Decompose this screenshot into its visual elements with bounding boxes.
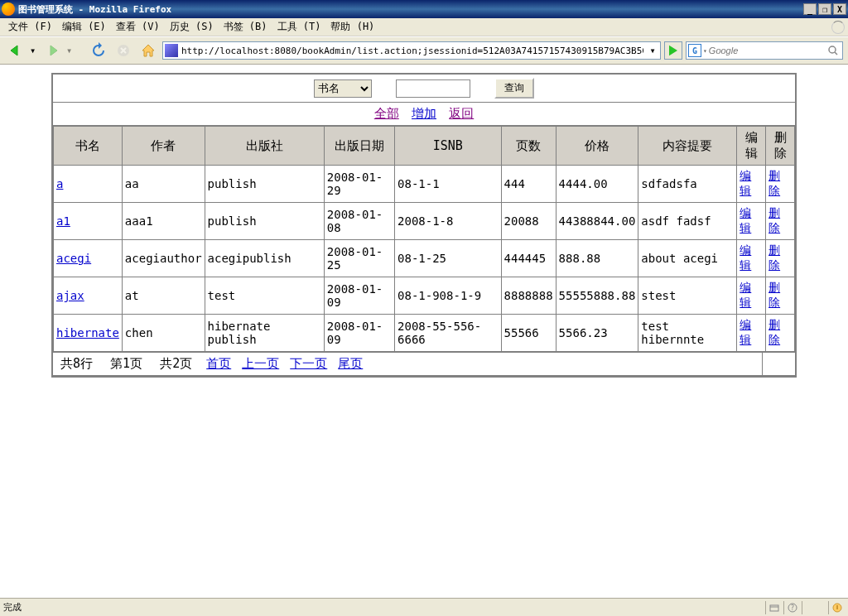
table-cell: 2008-01-29 [324,166,394,203]
table-cell: test [205,277,324,315]
book-name-link[interactable]: a1 [56,214,70,228]
window-titlebar: 图书管理系统 - Mozilla Firefox _ ❐ X [0,0,848,18]
search-engine-dropdown[interactable]: ▾ [703,47,707,55]
google-icon[interactable]: G [688,44,701,57]
table-cell: 2008-01-09 [324,277,394,315]
table-cell: 2008-55-556-6666 [395,315,502,352]
delete-link[interactable]: 删除 [768,318,780,346]
table-cell: 2008-01-08 [324,203,394,240]
table-row: aaapublish2008-01-2908-1-14444444.00sdfa… [54,166,795,203]
search-row: 书名 查询 [52,74,796,103]
link-add[interactable]: 增加 [412,106,436,121]
menu-bookmarks[interactable]: 书签 (B) [219,20,272,34]
search-type-select[interactable]: 书名 [314,79,372,98]
url-bar[interactable]: ▾ [162,41,661,60]
search-box[interactable]: G ▾ [686,41,843,60]
menu-file[interactable]: 文件 (F) [3,20,57,34]
table-cell: 2008-1-8 [395,203,502,240]
table-cell: publish [205,166,324,203]
table-cell: chen [122,315,205,352]
minimize-button[interactable]: _ [803,3,817,15]
url-dropdown[interactable]: ▾ [647,45,658,56]
security-icon[interactable] [828,601,845,614]
search-keyword-input[interactable] [396,79,470,98]
last-page-link[interactable]: 尾页 [338,356,363,371]
reload-button[interactable] [88,40,109,61]
book-table: 书名作者出版社出版日期ISNB页数价格内容提要编辑删除 aaapublish20… [53,126,795,352]
table-cell: aa [122,166,205,203]
svg-rect-3 [770,605,778,611]
menu-history[interactable]: 历史 (S) [165,20,219,34]
table-cell: 8888888 [501,277,556,315]
close-button[interactable]: X [833,3,846,15]
table-cell: 编辑 [737,166,766,203]
book-name-link[interactable]: a [56,177,63,190]
forward-dropdown[interactable]: ▾ [66,45,75,56]
url-input[interactable] [181,46,643,56]
table-cell: 55555888.88 [556,277,638,315]
delete-link[interactable]: 删除 [768,169,780,197]
column-header: 出版日期 [324,127,394,166]
back-button[interactable] [5,40,26,61]
table-cell: at [122,277,205,315]
table-cell: ajax [54,277,123,315]
delete-link[interactable]: 删除 [768,206,780,234]
edit-link[interactable]: 编辑 [740,243,751,272]
first-page-link[interactable]: 首页 [206,356,231,371]
next-page-link[interactable]: 下一页 [290,356,327,371]
table-cell: 08-1-25 [395,240,502,277]
menu-view[interactable]: 查看 (V) [111,20,165,34]
restore-button[interactable]: ❐ [818,3,831,15]
back-dropdown[interactable]: ▾ [30,45,38,56]
menu-edit[interactable]: 编辑 (E) [57,20,111,34]
menu-help[interactable]: 帮助 (H) [325,20,379,34]
table-cell: 20088 [501,203,556,240]
column-header: 出版社 [205,127,324,166]
svg-line-2 [835,52,837,55]
table-row: ajaxattest2008-01-0908-1-908-1-988888885… [54,277,795,315]
current-page: 第1页 [110,356,142,371]
menu-bar: 文件 (F) 编辑 (E) 查看 (V) 历史 (S) 书签 (B) 工具 (T… [0,18,848,36]
home-button[interactable] [137,40,159,61]
forward-button[interactable] [41,40,63,61]
status-text: 完成 [3,601,764,614]
status-icon-1[interactable] [765,601,782,614]
table-cell: 编辑 [737,240,766,277]
edit-link[interactable]: 编辑 [740,318,751,346]
column-header: 页数 [501,127,556,166]
column-header: 价格 [556,127,638,166]
book-name-link[interactable]: acegi [56,252,91,265]
go-button[interactable] [664,41,682,60]
main-container: 书名 查询 全部 增加 返回 书名作者出版社出版日期ISNB页数价格内容提要编辑… [51,73,797,378]
book-name-link[interactable]: hibernate [56,326,119,339]
table-cell: a1 [54,203,123,240]
table-cell: 444445 [501,240,556,277]
link-back[interactable]: 返回 [449,106,474,121]
delete-link[interactable]: 删除 [768,281,780,309]
column-header: 书名 [54,127,123,166]
menu-tools[interactable]: 工具 (T) [272,20,326,34]
edit-link[interactable]: 编辑 [740,206,751,234]
stop-button[interactable] [113,40,134,61]
table-cell: asdf fadsf [638,203,737,240]
link-all[interactable]: 全部 [374,106,399,121]
column-header: 编辑 [737,127,766,166]
book-name-link[interactable]: ajax [56,289,84,302]
table-cell: 444 [501,166,556,203]
column-header: 作者 [122,127,205,166]
status-bar: 完成 ? [0,598,848,616]
table-cell: hibernate [54,315,123,352]
edit-link[interactable]: 编辑 [740,169,751,197]
edit-link[interactable]: 编辑 [740,281,751,309]
svg-rect-8 [836,605,838,609]
search-button[interactable]: 查询 [494,78,534,99]
table-cell: publish [205,203,324,240]
prev-page-link[interactable]: 上一页 [242,356,279,371]
search-input[interactable] [709,46,826,55]
status-icon-2[interactable]: ? [783,601,800,614]
search-icon[interactable] [826,45,841,56]
delete-link[interactable]: 删除 [768,243,780,272]
table-cell: sdfadsfa [638,166,737,203]
table-cell: 删除 [766,315,795,352]
column-header: 内容提要 [638,127,737,166]
